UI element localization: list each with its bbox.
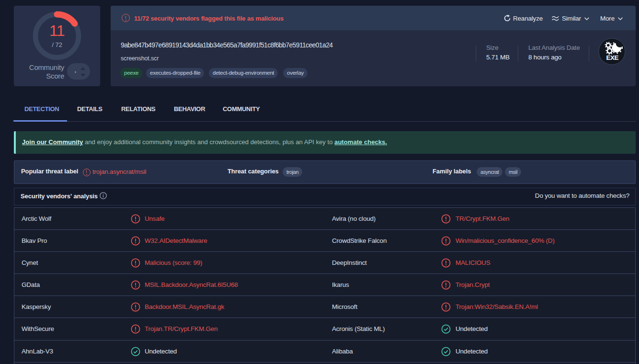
svg-text:EXE: EXE (606, 54, 618, 61)
